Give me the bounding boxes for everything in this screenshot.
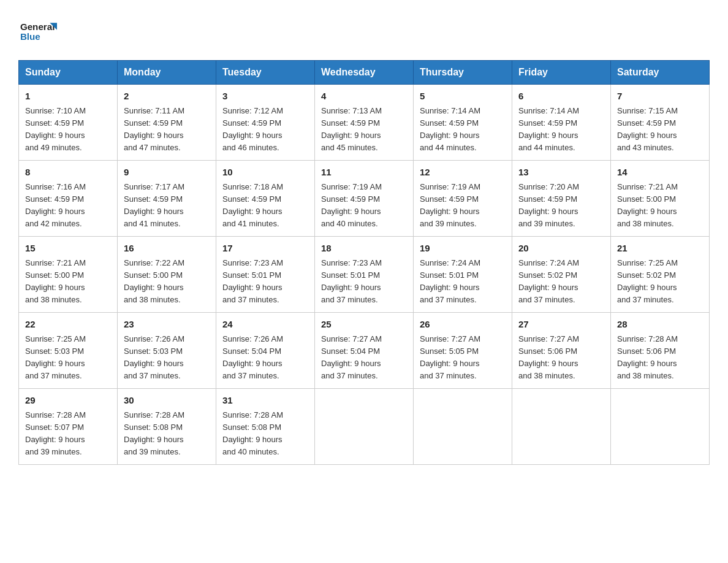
day-number: 5: [420, 90, 506, 104]
day-info: Sunrise: 7:14 AM Sunset: 4:59 PM Dayligh…: [518, 105, 604, 155]
day-number: 18: [321, 242, 407, 256]
day-info: Sunrise: 7:19 AM Sunset: 4:59 PM Dayligh…: [420, 181, 506, 231]
day-info: Sunrise: 7:19 AM Sunset: 4:59 PM Dayligh…: [321, 181, 407, 231]
calendar-cell: 31 Sunrise: 7:28 AM Sunset: 5:08 PM Dayl…: [216, 389, 315, 465]
day-number: 29: [25, 394, 111, 408]
day-info: Sunrise: 7:28 AM Sunset: 5:08 PM Dayligh…: [124, 409, 210, 459]
day-info: Sunrise: 7:28 AM Sunset: 5:07 PM Dayligh…: [25, 409, 111, 459]
calendar-cell: [611, 389, 710, 465]
day-number: 15: [25, 242, 111, 256]
day-info: Sunrise: 7:27 AM Sunset: 5:05 PM Dayligh…: [420, 333, 506, 383]
weekday-header-row: SundayMondayTuesdayWednesdayThursdayFrid…: [19, 61, 710, 85]
weekday-header-tuesday: Tuesday: [216, 61, 315, 85]
calendar-cell: 23 Sunrise: 7:26 AM Sunset: 5:03 PM Dayl…: [118, 313, 216, 389]
day-number: 8: [25, 166, 111, 180]
calendar-cell: 10 Sunrise: 7:18 AM Sunset: 4:59 PM Dayl…: [216, 161, 315, 237]
day-info: Sunrise: 7:13 AM Sunset: 4:59 PM Dayligh…: [321, 105, 407, 155]
calendar-week-5: 29 Sunrise: 7:28 AM Sunset: 5:07 PM Dayl…: [19, 389, 710, 465]
day-info: Sunrise: 7:27 AM Sunset: 5:06 PM Dayligh…: [518, 333, 604, 383]
day-info: Sunrise: 7:23 AM Sunset: 5:01 PM Dayligh…: [222, 257, 308, 307]
day-info: Sunrise: 7:26 AM Sunset: 5:04 PM Dayligh…: [222, 333, 308, 383]
day-number: 19: [420, 242, 506, 256]
day-info: Sunrise: 7:22 AM Sunset: 5:00 PM Dayligh…: [124, 257, 210, 307]
calendar-cell: 28 Sunrise: 7:28 AM Sunset: 5:06 PM Dayl…: [611, 313, 710, 389]
day-number: 10: [222, 166, 308, 180]
calendar-cell: 17 Sunrise: 7:23 AM Sunset: 5:01 PM Dayl…: [216, 237, 315, 313]
day-number: 16: [124, 242, 210, 256]
calendar-week-1: 1 Sunrise: 7:10 AM Sunset: 4:59 PM Dayli…: [19, 85, 710, 161]
day-info: Sunrise: 7:24 AM Sunset: 5:02 PM Dayligh…: [518, 257, 604, 307]
day-number: 26: [420, 318, 506, 332]
calendar-cell: 30 Sunrise: 7:28 AM Sunset: 5:08 PM Dayl…: [118, 389, 216, 465]
calendar-cell: 19 Sunrise: 7:24 AM Sunset: 5:01 PM Dayl…: [414, 237, 512, 313]
day-info: Sunrise: 7:24 AM Sunset: 5:01 PM Dayligh…: [420, 257, 506, 307]
day-info: Sunrise: 7:17 AM Sunset: 4:59 PM Dayligh…: [124, 181, 210, 231]
day-number: 14: [617, 166, 703, 180]
weekday-header-friday: Friday: [512, 61, 611, 85]
day-number: 27: [518, 318, 604, 332]
calendar-cell: 25 Sunrise: 7:27 AM Sunset: 5:04 PM Dayl…: [315, 313, 414, 389]
day-number: 11: [321, 166, 407, 180]
day-info: Sunrise: 7:25 AM Sunset: 5:03 PM Dayligh…: [25, 333, 111, 383]
calendar-cell: 4 Sunrise: 7:13 AM Sunset: 4:59 PM Dayli…: [315, 85, 414, 161]
day-number: 7: [617, 90, 703, 104]
calendar-cell: 13 Sunrise: 7:20 AM Sunset: 4:59 PM Dayl…: [512, 161, 611, 237]
calendar-cell: 12 Sunrise: 7:19 AM Sunset: 4:59 PM Dayl…: [414, 161, 512, 237]
calendar-cell: 1 Sunrise: 7:10 AM Sunset: 4:59 PM Dayli…: [19, 85, 118, 161]
day-info: Sunrise: 7:20 AM Sunset: 4:59 PM Dayligh…: [518, 181, 604, 231]
calendar-cell: 3 Sunrise: 7:12 AM Sunset: 4:59 PM Dayli…: [216, 85, 315, 161]
weekday-header-monday: Monday: [118, 61, 216, 85]
calendar-cell: 20 Sunrise: 7:24 AM Sunset: 5:02 PM Dayl…: [512, 237, 611, 313]
calendar-cell: 5 Sunrise: 7:14 AM Sunset: 4:59 PM Dayli…: [414, 85, 512, 161]
day-number: 2: [124, 90, 210, 104]
day-number: 24: [222, 318, 308, 332]
calendar-cell: 6 Sunrise: 7:14 AM Sunset: 4:59 PM Dayli…: [512, 85, 611, 161]
calendar-cell: [315, 389, 414, 465]
day-info: Sunrise: 7:25 AM Sunset: 5:02 PM Dayligh…: [617, 257, 703, 307]
day-number: 9: [124, 166, 210, 180]
day-info: Sunrise: 7:16 AM Sunset: 4:59 PM Dayligh…: [25, 181, 111, 231]
day-info: Sunrise: 7:12 AM Sunset: 4:59 PM Dayligh…: [222, 105, 308, 155]
calendar-cell: 7 Sunrise: 7:15 AM Sunset: 4:59 PM Dayli…: [611, 85, 710, 161]
day-number: 4: [321, 90, 407, 104]
page-header: General Blue: [18, 12, 710, 49]
calendar-cell: 11 Sunrise: 7:19 AM Sunset: 4:59 PM Dayl…: [315, 161, 414, 237]
day-info: Sunrise: 7:23 AM Sunset: 5:01 PM Dayligh…: [321, 257, 407, 307]
calendar-cell: 22 Sunrise: 7:25 AM Sunset: 5:03 PM Dayl…: [19, 313, 118, 389]
day-info: Sunrise: 7:27 AM Sunset: 5:04 PM Dayligh…: [321, 333, 407, 383]
day-number: 20: [518, 242, 604, 256]
calendar-cell: [414, 389, 512, 465]
calendar-week-2: 8 Sunrise: 7:16 AM Sunset: 4:59 PM Dayli…: [19, 161, 710, 237]
calendar-cell: 16 Sunrise: 7:22 AM Sunset: 5:00 PM Dayl…: [118, 237, 216, 313]
day-info: Sunrise: 7:14 AM Sunset: 4:59 PM Dayligh…: [420, 105, 506, 155]
calendar-cell: 29 Sunrise: 7:28 AM Sunset: 5:07 PM Dayl…: [19, 389, 118, 465]
day-number: 28: [617, 318, 703, 332]
day-info: Sunrise: 7:10 AM Sunset: 4:59 PM Dayligh…: [25, 105, 111, 155]
weekday-header-sunday: Sunday: [19, 61, 118, 85]
svg-text:General: General: [20, 21, 55, 32]
calendar-table: SundayMondayTuesdayWednesdayThursdayFrid…: [18, 60, 710, 465]
day-number: 25: [321, 318, 407, 332]
calendar-cell: 2 Sunrise: 7:11 AM Sunset: 4:59 PM Dayli…: [118, 85, 216, 161]
day-number: 1: [25, 90, 111, 104]
day-info: Sunrise: 7:28 AM Sunset: 5:08 PM Dayligh…: [222, 409, 308, 459]
day-info: Sunrise: 7:21 AM Sunset: 5:00 PM Dayligh…: [25, 257, 111, 307]
day-info: Sunrise: 7:18 AM Sunset: 4:59 PM Dayligh…: [222, 181, 308, 231]
calendar-cell: 14 Sunrise: 7:21 AM Sunset: 5:00 PM Dayl…: [611, 161, 710, 237]
day-number: 3: [222, 90, 308, 104]
svg-text:Blue: Blue: [20, 31, 40, 42]
calendar-cell: 27 Sunrise: 7:27 AM Sunset: 5:06 PM Dayl…: [512, 313, 611, 389]
day-number: 30: [124, 394, 210, 408]
day-info: Sunrise: 7:21 AM Sunset: 5:00 PM Dayligh…: [617, 181, 703, 231]
day-number: 13: [518, 166, 604, 180]
calendar-cell: [512, 389, 611, 465]
calendar-cell: 15 Sunrise: 7:21 AM Sunset: 5:00 PM Dayl…: [19, 237, 118, 313]
day-info: Sunrise: 7:15 AM Sunset: 4:59 PM Dayligh…: [617, 105, 703, 155]
logo-svg: General Blue: [18, 12, 61, 49]
calendar-cell: 24 Sunrise: 7:26 AM Sunset: 5:04 PM Dayl…: [216, 313, 315, 389]
day-number: 23: [124, 318, 210, 332]
calendar-cell: 18 Sunrise: 7:23 AM Sunset: 5:01 PM Dayl…: [315, 237, 414, 313]
day-number: 31: [222, 394, 308, 408]
calendar-cell: 26 Sunrise: 7:27 AM Sunset: 5:05 PM Dayl…: [414, 313, 512, 389]
weekday-header-thursday: Thursday: [414, 61, 512, 85]
